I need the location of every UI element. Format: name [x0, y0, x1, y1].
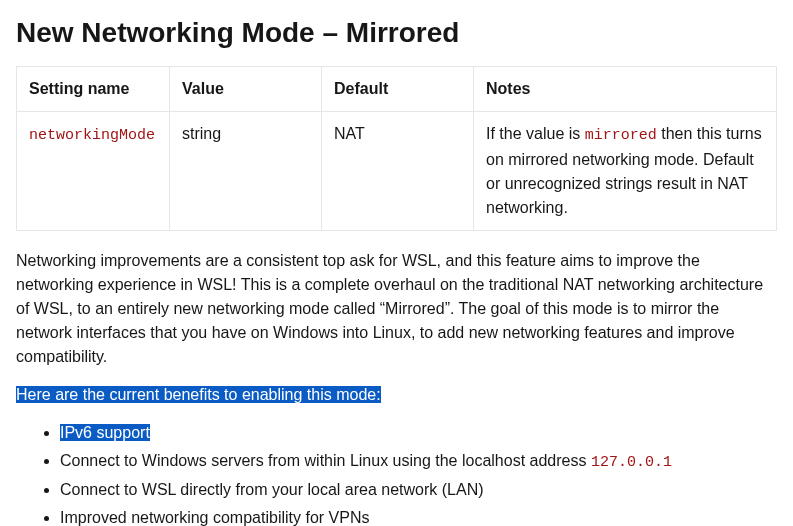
bullet-ipv6: IPv6 support — [60, 424, 150, 441]
th-default: Default — [322, 67, 474, 112]
th-value: Value — [170, 67, 322, 112]
cell-notes: If the value is mirrored then this turns… — [474, 112, 777, 231]
setting-name-code: networkingMode — [29, 127, 155, 144]
benefits-intro-text: Here are the current benefits to enablin… — [16, 386, 381, 403]
section-heading: New Networking Mode – Mirrored — [16, 12, 777, 54]
bullet-localhost-code: 127.0.0.1 — [591, 454, 672, 471]
list-item: IPv6 support — [60, 421, 777, 445]
th-setting-name: Setting name — [17, 67, 170, 112]
benefits-list: IPv6 support Connect to Windows servers … — [16, 421, 777, 527]
cell-default: NAT — [322, 112, 474, 231]
benefits-intro: Here are the current benefits to enablin… — [16, 383, 777, 407]
list-item: Connect to WSL directly from your local … — [60, 478, 777, 502]
notes-code: mirrored — [585, 127, 657, 144]
th-notes: Notes — [474, 67, 777, 112]
list-item: Connect to Windows servers from within L… — [60, 449, 777, 475]
list-item: Improved networking compatibility for VP… — [60, 506, 777, 526]
bullet-localhost-prefix: Connect to Windows servers from within L… — [60, 452, 591, 469]
table-row: networkingMode string NAT If the value i… — [17, 112, 777, 231]
table-header-row: Setting name Value Default Notes — [17, 67, 777, 112]
description-paragraph: Networking improvements are a consistent… — [16, 249, 777, 369]
cell-setting-name: networkingMode — [17, 112, 170, 231]
settings-table: Setting name Value Default Notes network… — [16, 66, 777, 231]
notes-prefix: If the value is — [486, 125, 585, 142]
cell-value: string — [170, 112, 322, 231]
